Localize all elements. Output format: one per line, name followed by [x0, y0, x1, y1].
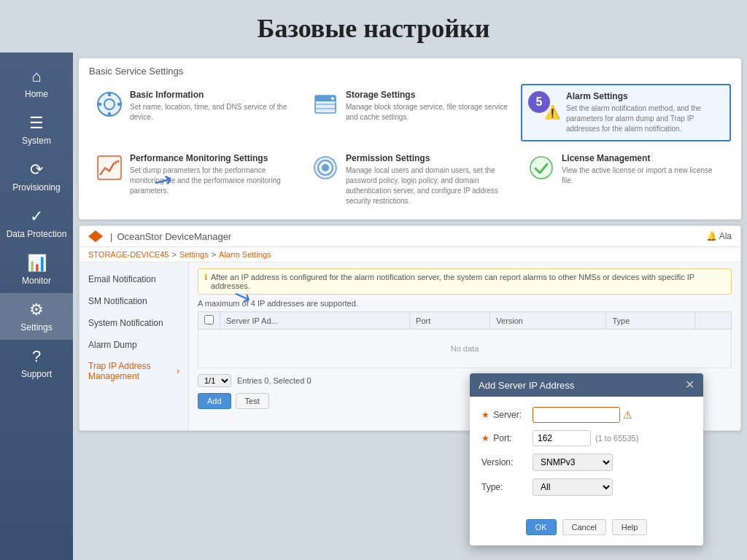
alarm-icon: 5 ⚠️ [528, 91, 560, 120]
sidebar-item-label: Monitor [22, 276, 51, 286]
performance-icon [95, 153, 124, 182]
version-label: Version: [481, 457, 533, 467]
sidebar-item-system[interactable]: ☰ System [0, 106, 73, 153]
svg-rect-2 [108, 93, 111, 96]
col-type: Type [606, 312, 694, 330]
no-data-row: No data [198, 330, 732, 368]
content-area: ↗ ↘ Basic Service Settings [73, 52, 747, 560]
cancel-button[interactable]: Cancel [562, 519, 606, 535]
provisioning-icon: ⟳ [30, 160, 43, 179]
nav-trap-label: Trap IP Address Management [88, 361, 177, 381]
breadcrumb-page[interactable]: Alarm Settings [219, 250, 271, 259]
nav-alarm-dump[interactable]: Alarm Dump [80, 334, 188, 356]
svg-rect-5 [117, 103, 121, 106]
server-input[interactable] [533, 407, 620, 423]
sidebar-item-provisioning[interactable]: ⟳ Provisioning [0, 153, 73, 200]
sidebar-item-label: System [22, 136, 51, 146]
dm-header: | OceanStor DeviceManager 🔔 Ala [80, 226, 740, 247]
main-layout: ⌂ Home ☰ System ⟳ Provisioning ✓ Data Pr… [0, 52, 747, 560]
svg-point-13 [322, 164, 329, 171]
add-server-dialog: Add Server IP Address ✕ ★ Server: ⚠ ★ [470, 373, 703, 545]
svg-rect-3 [108, 112, 111, 116]
type-field-row: Type: All Trap Inform [481, 478, 692, 496]
data-protection-icon: ✓ [30, 207, 43, 226]
test-button[interactable]: Test [236, 393, 269, 409]
storage-title: Storage Settings [346, 90, 509, 100]
sidebar-item-home[interactable]: ⌂ Home [0, 60, 73, 106]
nav-trap[interactable]: Trap IP Address Management › [80, 356, 188, 386]
version-select[interactable]: SNMPv1 SNMPv2c SNMPv3 [533, 454, 613, 471]
sidebar-item-label: Provisioning [12, 182, 60, 192]
huawei-logo-icon [88, 230, 103, 242]
sidebar-item-label: Settings [20, 322, 52, 332]
storage-icon [311, 90, 340, 119]
required-star-port: ★ [481, 433, 489, 443]
col-server-ip: Server IP Ad... [220, 312, 410, 330]
alarm-desc: Set the alarm notification method, and t… [566, 104, 724, 134]
sidebar-item-label: Support [21, 369, 52, 379]
basic-info-desc: Set name, location, time, and DNS servic… [130, 102, 293, 122]
dialog-footer: OK Cancel Help [470, 513, 703, 545]
basic-info-text: Basic Information Set name, location, ti… [130, 90, 293, 122]
data-table: Server IP Ad... Port Version Type No dat… [198, 311, 732, 368]
dialog-body: ★ Server: ⚠ ★ Port: (1 to 65535) [470, 397, 703, 513]
server-field-row: ★ Server: ⚠ [481, 407, 692, 423]
sidebar-item-data-protection[interactable]: ✓ Data Protection [0, 200, 73, 246]
dm-left-nav: Email Notification SM Notification Syste… [80, 262, 189, 430]
license-title: License Management [562, 153, 725, 163]
col-checkbox [198, 312, 220, 330]
storage-text: Storage Settings Manage block storage se… [346, 90, 509, 122]
entries-info: Entries 0, Selected 0 [237, 376, 311, 385]
svg-rect-4 [98, 103, 101, 106]
dialog-close-button[interactable]: ✕ [685, 379, 694, 391]
card-basic-info[interactable]: Basic Information Set name, location, ti… [89, 84, 299, 141]
home-icon: ⌂ [31, 67, 41, 86]
select-all-checkbox[interactable] [204, 315, 214, 324]
permission-title: Permission Settings [346, 153, 509, 163]
ok-button[interactable]: OK [526, 519, 557, 535]
breadcrumb-sep2: > [212, 250, 216, 259]
port-label: ★ Port: [481, 433, 533, 443]
nav-trap-arrow-icon: › [177, 366, 179, 376]
add-button[interactable]: Add [198, 393, 231, 409]
dm-header-right: 🔔 Ala [706, 231, 732, 241]
service-settings-panel: Basic Service Settings [79, 58, 741, 219]
card-permission[interactable]: Permission Settings Manage local users a… [305, 147, 515, 212]
license-desc: View the active license or import a new … [562, 166, 725, 186]
svg-rect-10 [98, 156, 121, 179]
help-button[interactable]: Help [612, 519, 648, 535]
dm-separator: | [110, 231, 112, 242]
permission-icon [311, 153, 340, 182]
type-select[interactable]: All Trap Inform [533, 478, 613, 496]
settings-icon: ⚙ [29, 300, 44, 319]
server-error-icon: ⚠ [623, 409, 632, 421]
nav-email[interactable]: Email Notification [80, 268, 188, 290]
breadcrumb-section[interactable]: Settings [179, 250, 209, 259]
dm-breadcrumb: STORAGE-DEVICE45 > Settings > Alarm Sett… [80, 247, 740, 262]
card-performance[interactable]: Performance Monitoring Settings Set dump… [89, 147, 299, 212]
sidebar-item-monitor[interactable]: 📊 Monitor [0, 246, 73, 293]
breadcrumb-device[interactable]: STORAGE-DEVICE45 [88, 250, 169, 259]
port-hint: (1 to 65535) [595, 434, 638, 443]
nav-sm[interactable]: SM Notification [80, 290, 188, 312]
required-star: ★ [481, 410, 489, 420]
performance-text: Performance Monitoring Settings Set dump… [130, 153, 293, 196]
nav-system[interactable]: System Notification [80, 312, 188, 334]
settings-grid: Basic Information Set name, location, ti… [89, 84, 731, 212]
performance-desc: Set dump parameters for the performance … [130, 166, 293, 196]
sidebar-item-support[interactable]: ? Support [0, 340, 73, 386]
card-storage-settings[interactable]: Storage Settings Manage block storage se… [305, 84, 515, 141]
info-message: ℹ After an IP address is configured for … [198, 268, 732, 295]
card-license[interactable]: License Management View the active licen… [521, 147, 731, 212]
page-title: Базовые настройки [0, 0, 747, 52]
sidebar: ⌂ Home ☰ System ⟳ Provisioning ✓ Data Pr… [0, 52, 73, 560]
sidebar-item-label: Data Protection [7, 229, 67, 239]
page-select[interactable]: 1/1 [198, 374, 231, 387]
dialog-header: Add Server IP Address ✕ [470, 373, 703, 397]
card-alarm-settings[interactable]: 5 ⚠️ Alarm Settings Set the alarm notifi… [521, 84, 731, 141]
port-field-row: ★ Port: (1 to 65535) [481, 430, 692, 446]
license-icon [527, 153, 556, 182]
port-input[interactable] [533, 430, 591, 446]
sidebar-item-settings[interactable]: ⚙ Settings [0, 293, 73, 340]
system-icon: ☰ [29, 114, 44, 133]
